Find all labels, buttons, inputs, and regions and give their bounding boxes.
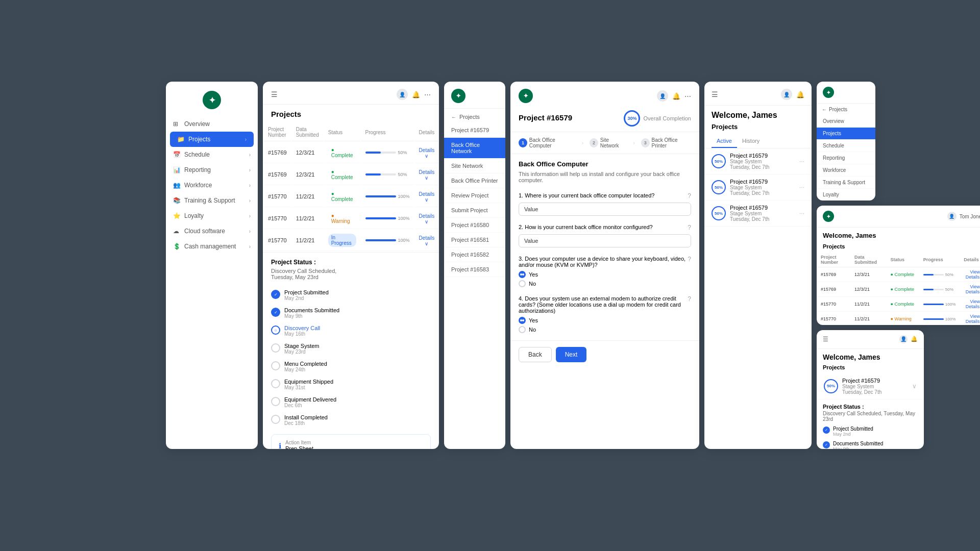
mini-col-details: Details [960, 253, 980, 267]
subnav-item[interactable]: Site Network [444, 159, 505, 173]
details-button[interactable]: Details ∨ [419, 147, 435, 159]
sidebar-item-workforce[interactable]: 👥 Workforce › [166, 178, 258, 193]
mini-w2-status-sub: Discovery Call Scheduled, Tuesday, May 2… [823, 411, 918, 422]
tab-active[interactable]: Active [712, 135, 737, 148]
subnav-item[interactable]: Review Project [444, 188, 505, 203]
more-dots-icon[interactable]: ··· [799, 158, 804, 165]
starbucks-logo: ✦ [519, 89, 533, 103]
details-button[interactable]: Details ∨ [419, 213, 435, 224]
apps-icon[interactable]: ⋯ [684, 92, 691, 100]
cell-details: Details ∨ [415, 186, 439, 207]
mini-table-panel: ✦ 👤 Tom Jones Welcome, James Projects Pr… [817, 206, 980, 324]
sidebar-logo: ✦ [166, 82, 258, 116]
dollar-icon: 💲 [173, 243, 180, 250]
sidebar-item-reporting[interactable]: 📊 Reporting › [166, 162, 258, 178]
subnav-item[interactable]: Back Office Network [444, 138, 505, 159]
view-details-button[interactable]: View Details ∨ [964, 299, 980, 309]
sidebar-item-overview[interactable]: ⊞ Overview [166, 116, 258, 132]
view-details-button[interactable]: View Details ∨ [964, 314, 980, 324]
progress-bar [365, 173, 396, 176]
help-icon-4[interactable]: ? [688, 295, 691, 314]
cell-progress: 50% [919, 267, 960, 282]
tab-history[interactable]: History [737, 135, 765, 148]
project-status-title: Project Status : [271, 259, 431, 266]
form-completion: 30% Overall Completion [624, 110, 691, 127]
timeline-dot: ✓ [271, 290, 280, 299]
sidebar-item-schedule[interactable]: 📅 Schedule › [166, 147, 258, 162]
mini-subnav-item-4[interactable]: Reporting [817, 152, 875, 164]
sidebar-item-cloud[interactable]: ☁ Cloud software › [166, 223, 258, 239]
subnav-item[interactable]: Project #16579 [444, 123, 505, 138]
q1-select[interactable]: Value [519, 203, 691, 216]
q4-yes[interactable]: Yes [519, 317, 691, 324]
back-button[interactable]: Back [519, 347, 552, 362]
menu-icon[interactable]: ☰ [712, 90, 718, 98]
help-icon-3[interactable]: ? [688, 256, 691, 268]
progress-fill [365, 152, 381, 154]
chevron-right-icon: › [249, 213, 251, 219]
mini-subnav-item-1[interactable]: Overview [817, 115, 875, 128]
sidebar-item-projects[interactable]: 📁 Projects › [170, 132, 254, 147]
subnav-item[interactable]: Back Office Printer [444, 173, 505, 188]
mini-subnav-item-2[interactable]: Projects [817, 128, 875, 140]
back-arrow-icon[interactable]: ← [451, 114, 456, 120]
project-sub: Stage System [730, 185, 769, 190]
users-icon: 👥 [173, 182, 180, 189]
help-icon-1[interactable]: ? [688, 192, 691, 199]
sidebar-item-loyalty[interactable]: ⭐ Loyalty › [166, 208, 258, 223]
details-button[interactable]: Details ∨ [419, 191, 435, 203]
q3-yes[interactable]: Yes [519, 271, 691, 278]
details-button[interactable]: Details ∨ [419, 235, 435, 246]
help-icon-2[interactable]: ? [688, 224, 691, 231]
more-dots-icon[interactable]: ··· [799, 210, 804, 217]
project-circle: 50% [712, 154, 726, 168]
mini-back-icon[interactable]: ← [822, 107, 827, 112]
q4-no[interactable]: No [519, 326, 691, 333]
header-icons: 👤 🔔 ⋯ [397, 89, 431, 100]
sidebar-item-training[interactable]: 📚 Training & Support › [166, 193, 258, 208]
cell-status: ● Complete [324, 142, 360, 163]
q2-select[interactable]: Value [519, 234, 691, 247]
menu-icon[interactable]: ☰ [271, 90, 278, 98]
subnav-item[interactable]: Project #16582 [444, 247, 505, 262]
table-row: #15769 12/3/21 ● Complete 50% View Detai… [817, 267, 980, 282]
subnav-item[interactable]: Project #16581 [444, 233, 505, 247]
subnav-item[interactable]: Submit Project [444, 203, 505, 218]
mini-timeline-item: ✓ Documents Submitted May 9th [823, 439, 918, 449]
mini-subnav-item-7[interactable]: Loyalty [817, 189, 875, 201]
project-item[interactable]: 50% Project #16579 Stage System Tuesday,… [704, 174, 812, 201]
projects-panel: ☰ 👤 🔔 ⋯ Projects Project Number Data Sub… [263, 82, 439, 449]
apps-icon[interactable]: ⋯ [424, 91, 431, 98]
q3-no[interactable]: No [519, 280, 691, 287]
bell-icon[interactable]: 🔔 [672, 92, 680, 100]
view-details-button[interactable]: View Details ∨ [964, 284, 980, 294]
form-header: ✦ 👤 🔔 ⋯ Project #16579 30% Overall Compl… [510, 82, 699, 132]
details-button[interactable]: Details ∨ [419, 169, 435, 181]
menu-icon[interactable]: ☰ [823, 336, 828, 343]
project-item[interactable]: 50% Project #16579 Stage System Tuesday,… [704, 201, 812, 227]
sidebar-item-cash[interactable]: 💲 Cash management › [166, 239, 258, 254]
project-item[interactable]: 50% Project #16579 Stage System Tuesday,… [704, 148, 812, 174]
project-circle: 50% [824, 379, 838, 393]
mini-subnav-item-6[interactable]: Training & Support [817, 177, 875, 189]
view-details-button[interactable]: View Details ∨ [964, 269, 980, 280]
mini-w2-project-item[interactable]: 50% Project #16579 Stage System Tuesday,… [817, 373, 924, 399]
welcome-title: Welcome, James [704, 106, 812, 123]
radio-yes-checked-4 [519, 317, 526, 324]
mini-w2-projects-title: Projects [817, 363, 924, 373]
mini-subnav-item-5[interactable]: Workforce [817, 164, 875, 177]
mini-subnav-item-3[interactable]: Schedule [817, 140, 875, 152]
welcome-header: ☰ 👤 🔔 [704, 82, 812, 106]
table-row: #15769 12/3/21 ● Complete 50% Details ∨ [264, 164, 438, 185]
more-dots-icon[interactable]: ··· [799, 184, 804, 191]
status-badge: ● Warning [328, 212, 356, 225]
chevron-right-icon: › [245, 137, 247, 142]
subnav-item[interactable]: Project #16583 [444, 262, 505, 277]
bell-icon[interactable]: 🔔 [911, 336, 918, 342]
bell-icon[interactable]: 🔔 [412, 91, 420, 98]
next-button[interactable]: Next [556, 347, 587, 362]
bell-icon[interactable]: 🔔 [796, 91, 804, 98]
mini-item-title: Documents Submitted [833, 441, 883, 446]
subnav-item[interactable]: Project #16580 [444, 218, 505, 233]
cell-date: 11/2/21 [850, 312, 887, 325]
